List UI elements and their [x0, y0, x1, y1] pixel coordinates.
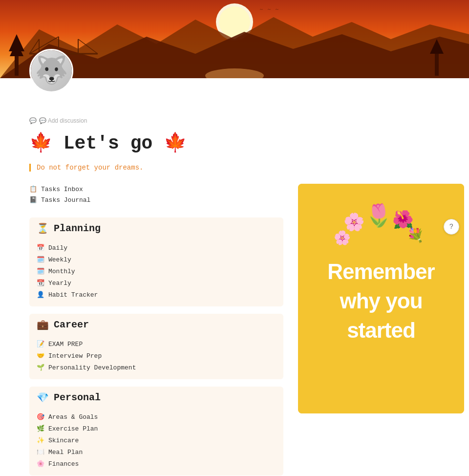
svg-text:🌸: 🌸	[343, 212, 365, 233]
planning-title: Planning	[54, 223, 101, 234]
planning-icon: ⏳	[37, 222, 49, 235]
personal-icon: 💎	[37, 391, 49, 404]
personality-dev-icon: 🌱	[37, 364, 44, 371]
main-content: 💬 💬 Add discussion 🍁 Let's go 🍁 Do not f…	[0, 78, 469, 476]
left-column: 📋 Tasks Inbox 📓 Tasks Journal ⏳ Planning…	[29, 184, 283, 476]
yearly-icon: 📆	[37, 279, 44, 287]
planning-header: ⏳ Planning	[29, 217, 283, 239]
motivational-svg: 🌷 🌸 🌺 🌸 💐 Remember why you started	[298, 184, 464, 413]
personal-title: Personal	[54, 392, 101, 403]
planning-section: ⏳ Planning 📅 Daily 🗓️ Weekly 🗓️ Monthly	[29, 217, 283, 306]
svg-text:why you: why you	[339, 289, 422, 313]
planning-monthly[interactable]: 🗓️ Monthly	[37, 265, 276, 277]
planning-items: 📅 Daily 🗓️ Weekly 🗓️ Monthly 📆 Yearly	[29, 239, 283, 306]
habit-tracker-icon: 👤	[37, 291, 44, 299]
svg-text:🌺: 🌺	[392, 209, 414, 231]
skincare-icon: ✨	[37, 436, 44, 444]
personal-finances[interactable]: 🌸 Finances	[37, 458, 276, 470]
areas-goals-icon: 🎯	[37, 413, 44, 421]
exercise-plan-icon: 🌿	[37, 425, 44, 433]
meal-plan-icon: 🍽️	[37, 448, 44, 456]
career-icon: 💼	[37, 319, 49, 331]
add-discussion-button[interactable]: 💬 💬 Add discussion	[29, 117, 440, 124]
career-personality-dev[interactable]: 🌱 Personality Development	[37, 362, 276, 373]
help-button-top[interactable]: ?	[444, 219, 459, 235]
quick-links-section: 📋 Tasks Inbox 📓 Tasks Journal	[29, 184, 283, 205]
link-tasks-inbox[interactable]: 📋 Tasks Inbox	[29, 184, 283, 195]
svg-text:💐: 💐	[407, 227, 424, 244]
content-columns: 📋 Tasks Inbox 📓 Tasks Journal ⏳ Planning…	[29, 184, 440, 476]
quote-block: Do not forget your dreams.	[29, 164, 440, 172]
planning-daily[interactable]: 📅 Daily	[37, 242, 276, 254]
exam-prep-icon: 📝	[37, 340, 44, 348]
personal-areas-goals[interactable]: 🎯 Areas & Goals	[37, 411, 276, 423]
interview-prep-icon: 🤝	[37, 352, 44, 360]
career-section: 💼 Career 📝 EXAM PREP 🤝 Interview Prep 🌱 …	[29, 314, 283, 379]
career-title: Career	[54, 319, 89, 330]
personal-items: 🎯 Areas & Goals 🌿 Exercise Plan ✨ Skinca…	[29, 409, 283, 476]
weekly-icon: 🗓️	[37, 256, 44, 263]
right-column: 🌷 🌸 🌺 🌸 💐 Remember why you started	[298, 184, 464, 413]
career-interview-prep[interactable]: 🤝 Interview Prep	[37, 350, 276, 362]
personal-header: 💎 Personal	[29, 387, 283, 409]
svg-text:Remember: Remember	[327, 260, 435, 283]
link-tasks-journal[interactable]: 📓 Tasks Journal	[29, 195, 283, 205]
planning-yearly[interactable]: 📆 Yearly	[37, 277, 276, 289]
quote-text: Do not forget your dreams.	[37, 164, 143, 172]
personal-meal-plan[interactable]: 🍽️ Meal Plan	[37, 446, 276, 458]
personal-skincare[interactable]: ✨ Skincare	[37, 434, 276, 446]
svg-text:started: started	[347, 318, 415, 342]
personal-exercise-plan[interactable]: 🌿 Exercise Plan	[37, 423, 276, 434]
page-title: 🍁 Let's go 🍁	[29, 131, 440, 154]
avatar: 🐺	[29, 49, 73, 93]
career-exam-prep[interactable]: 📝 EXAM PREP	[37, 338, 276, 350]
career-items: 📝 EXAM PREP 🤝 Interview Prep 🌱 Personali…	[29, 336, 283, 379]
title-text: 🍁 Let's go 🍁	[29, 131, 187, 154]
planning-habit-tracker[interactable]: 👤 Habit Tracker	[37, 289, 276, 301]
daily-icon: 📅	[37, 244, 44, 252]
tasks-inbox-icon: 📋	[29, 185, 37, 193]
monthly-icon: 🗓️	[37, 267, 44, 275]
svg-text:～ ～ ～: ～ ～ ～	[259, 7, 279, 12]
svg-text:🌷: 🌷	[365, 202, 393, 230]
add-discussion-label: 💬 Add discussion	[39, 117, 87, 124]
svg-text:🌸: 🌸	[334, 230, 351, 246]
career-header: 💼 Career	[29, 314, 283, 336]
personal-section: 💎 Personal 🎯 Areas & Goals 🌿 Exercise Pl…	[29, 387, 283, 476]
tasks-journal-icon: 📓	[29, 196, 37, 204]
motivational-image: 🌷 🌸 🌺 🌸 💐 Remember why you started	[298, 184, 464, 413]
planning-weekly[interactable]: 🗓️ Weekly	[37, 254, 276, 265]
discussion-icon: 💬	[29, 117, 37, 124]
avatar-wolf-image: 🐺	[31, 50, 72, 91]
finances-icon: 🌸	[37, 460, 44, 468]
